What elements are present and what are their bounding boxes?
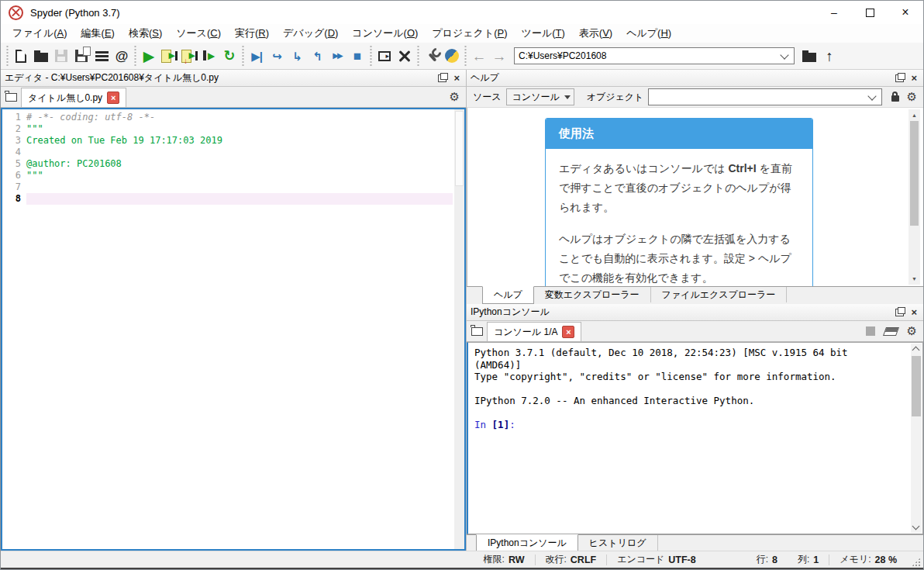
browse-directory-button[interactable] bbox=[799, 46, 819, 66]
toolbar-grip[interactable] bbox=[416, 46, 420, 66]
console-options-icon[interactable]: ⚙ bbox=[907, 326, 917, 337]
wrench-icon bbox=[424, 48, 440, 64]
resize-grip[interactable] bbox=[912, 558, 921, 567]
fullscreen-button[interactable] bbox=[395, 46, 415, 66]
debug-step-button[interactable]: ↪ bbox=[267, 46, 287, 66]
close-pane-icon[interactable]: × bbox=[453, 73, 460, 83]
close-tab-icon[interactable]: × bbox=[107, 92, 119, 104]
tab-file-explorer[interactable]: ファイルエクスプローラー bbox=[651, 287, 788, 302]
console-scrollbar[interactable] bbox=[911, 344, 922, 533]
chevron-down-icon[interactable] bbox=[780, 50, 788, 59]
undock-pane-icon[interactable] bbox=[438, 74, 446, 82]
scrollbar-thumb[interactable] bbox=[912, 356, 921, 416]
debug-file-button[interactable]: ▶| bbox=[247, 46, 267, 66]
menu-view[interactable]: 表示(V) bbox=[572, 25, 619, 42]
run-file-button[interactable]: ▶ bbox=[139, 46, 159, 66]
editor-code-area[interactable]: 1# -*- coding: utf-8 -*- 2""" 3Created o… bbox=[1, 108, 466, 551]
outline-button[interactable] bbox=[91, 46, 112, 66]
maximize-button[interactable] bbox=[852, 1, 888, 24]
status-eol: 改行:CRLF bbox=[536, 553, 607, 566]
run-cell-button[interactable]: ▶ bbox=[159, 46, 179, 66]
editor-scrollbar[interactable] bbox=[454, 109, 464, 549]
menu-file[interactable]: ファイル(A) bbox=[5, 25, 74, 42]
debug-step-out-button[interactable]: ↰ bbox=[307, 46, 327, 66]
save-button[interactable] bbox=[51, 46, 71, 66]
working-directory-input[interactable] bbox=[515, 50, 778, 61]
console-line: Python 3.7.1 (default, Dec 10 2018, 22:5… bbox=[474, 347, 908, 359]
editor-tab-label: タイトル無し0.py bbox=[28, 92, 102, 105]
debug-stop-button[interactable]: ■ bbox=[347, 46, 367, 66]
python-env-button[interactable] bbox=[442, 46, 462, 66]
console-line: (AMD64)] bbox=[474, 359, 908, 371]
save-all-button[interactable] bbox=[71, 46, 91, 66]
parent-directory-button[interactable]: ↑ bbox=[819, 46, 840, 66]
clear-console-icon[interactable] bbox=[883, 327, 899, 336]
menu-search[interactable]: 検索(S) bbox=[122, 25, 169, 42]
lock-icon[interactable] bbox=[891, 95, 899, 102]
console-output-area[interactable]: Python 3.7.1 (default, Dec 10 2018, 22:5… bbox=[467, 342, 923, 534]
toolbar-grip[interactable] bbox=[369, 46, 373, 66]
menu-edit[interactable]: 編集(E) bbox=[74, 25, 122, 42]
source-select[interactable]: コンソール bbox=[506, 88, 574, 105]
console-tab[interactable]: コンソール 1/A × bbox=[487, 322, 581, 341]
new-file-button[interactable] bbox=[11, 46, 31, 66]
tab-ipython-console[interactable]: IPythonコンソール bbox=[476, 534, 578, 552]
status-encoding: エンコードUTF-8 bbox=[607, 553, 706, 566]
scroll-down-icon[interactable]: ▼ bbox=[912, 273, 917, 285]
chevron-down-icon[interactable] bbox=[867, 92, 876, 100]
help-options-icon[interactable]: ⚙ bbox=[907, 92, 917, 103]
menu-projects[interactable]: プロジェクト(P) bbox=[425, 25, 514, 42]
undock-pane-icon[interactable] bbox=[895, 74, 904, 82]
close-button[interactable]: × bbox=[888, 1, 923, 24]
object-input[interactable] bbox=[649, 92, 865, 102]
scrollbar-thumb[interactable] bbox=[910, 121, 919, 226]
maximize-icon bbox=[866, 9, 874, 17]
usage-box: 使用法 エディタあるいはコンソールでは Ctrl+I を直前で押すことで直後のオ… bbox=[545, 118, 813, 286]
rerun-cell-button[interactable]: ↻ bbox=[219, 46, 240, 66]
tab-history-log[interactable]: ヒストリログ bbox=[578, 535, 658, 551]
spyder-logo-icon bbox=[9, 5, 23, 20]
close-tab-icon[interactable]: × bbox=[562, 326, 574, 338]
run-selection-button[interactable]: ▶ bbox=[199, 46, 219, 66]
tab-help[interactable]: ヘルプ bbox=[482, 286, 534, 304]
editor-options-icon[interactable]: ⚙ bbox=[450, 92, 460, 103]
scroll-down-icon[interactable] bbox=[912, 523, 920, 530]
preferences-button[interactable] bbox=[422, 46, 442, 66]
scrollbar-thumb[interactable] bbox=[455, 111, 464, 186]
interrupt-kernel-icon[interactable] bbox=[866, 326, 875, 336]
menu-help[interactable]: ヘルプ(H) bbox=[619, 25, 678, 42]
browse-tabs-button[interactable] bbox=[1, 88, 21, 107]
help-scrollbar[interactable]: ▲ ▼ bbox=[908, 109, 920, 285]
forward-button[interactable]: → bbox=[489, 46, 509, 66]
debug-continue-button[interactable]: ▶▶ bbox=[327, 46, 347, 66]
main-area: エディタ - C:¥Users¥PC201608¥タイトル無し0.py × タイ… bbox=[1, 70, 923, 551]
open-file-button[interactable] bbox=[31, 46, 51, 66]
symbol-finder-button[interactable]: @ bbox=[112, 46, 132, 66]
scroll-up-icon[interactable]: ▲ bbox=[912, 109, 917, 121]
menu-tools[interactable]: ツール(T) bbox=[515, 25, 572, 42]
editor-tab[interactable]: タイトル無し0.py × bbox=[21, 88, 126, 107]
rerun-icon: ↻ bbox=[223, 49, 235, 63]
menu-source[interactable]: ソース(C) bbox=[169, 25, 228, 42]
minimize-button[interactable]: – bbox=[816, 1, 852, 24]
scroll-up-icon[interactable] bbox=[912, 347, 920, 354]
object-combo bbox=[648, 88, 881, 105]
toolbar-grip[interactable] bbox=[241, 46, 245, 66]
close-pane-icon[interactable]: × bbox=[911, 307, 917, 317]
save-all-icon bbox=[75, 50, 88, 62]
maximize-pane-button[interactable]: ▸ bbox=[374, 46, 395, 66]
undock-pane-icon[interactable] bbox=[895, 309, 904, 316]
tab-variable-explorer[interactable]: 変数エクスプローラー bbox=[534, 287, 651, 302]
toolbar-grip[interactable] bbox=[133, 46, 137, 66]
run-cell-advance-button[interactable]: ▶↓ bbox=[179, 46, 199, 66]
debug-step-into-button[interactable]: ↳ bbox=[287, 46, 307, 66]
menu-consoles[interactable]: コンソール(O) bbox=[345, 25, 425, 42]
browse-tabs-button[interactable] bbox=[467, 322, 487, 341]
object-label: オブジェクト bbox=[587, 91, 644, 104]
toolbar-grip[interactable] bbox=[464, 46, 467, 66]
toolbar-grip[interactable] bbox=[5, 46, 9, 66]
menu-debug[interactable]: デバッグ(D) bbox=[276, 25, 345, 42]
menu-run[interactable]: 実行(R) bbox=[228, 25, 276, 42]
back-button[interactable]: ← bbox=[469, 46, 489, 66]
close-pane-icon[interactable]: × bbox=[911, 73, 917, 83]
